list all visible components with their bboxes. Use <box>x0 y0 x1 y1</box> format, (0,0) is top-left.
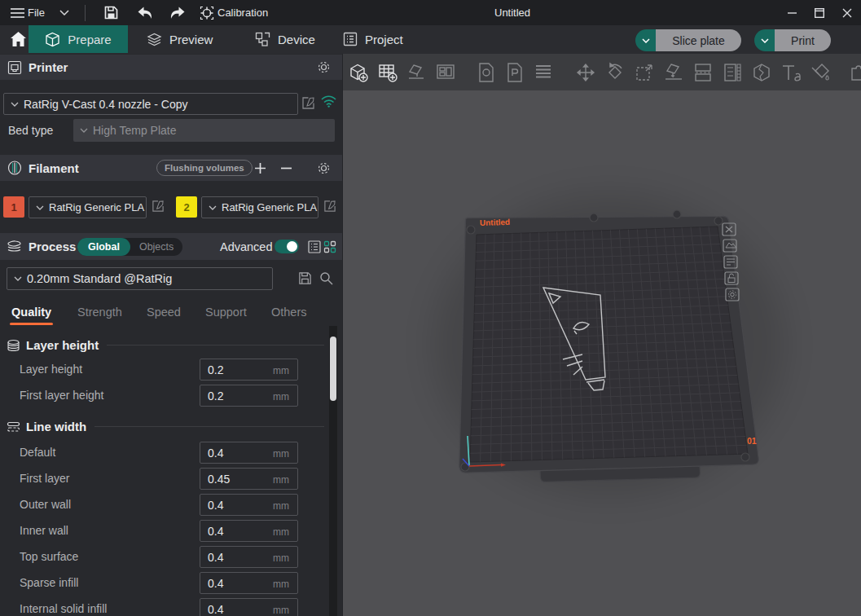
add-plate-icon[interactable] <box>376 61 399 84</box>
tab-speed[interactable]: Speed <box>147 306 181 319</box>
move-icon[interactable] <box>574 61 597 84</box>
param-label: Sparse infill <box>20 576 78 589</box>
scale-icon[interactable] <box>633 61 656 84</box>
save-icon[interactable] <box>103 0 119 25</box>
search-icon[interactable] <box>319 271 333 285</box>
add-filament-icon[interactable] <box>254 162 266 174</box>
redo-icon[interactable] <box>169 0 186 25</box>
process-list-icon[interactable] <box>308 240 321 253</box>
line-width-icon <box>7 421 20 432</box>
slice-options-chevron-icon[interactable] <box>635 29 656 51</box>
sidebar-scrollbar-track[interactable] <box>329 326 337 616</box>
sparse-infill-line-width-input[interactable]: 0.4 mm <box>200 572 298 594</box>
bed-type-select[interactable]: High Temp Plate <box>73 119 335 142</box>
split-icon[interactable] <box>692 61 714 84</box>
maximize-button[interactable] <box>806 0 833 25</box>
calibration-icon[interactable] <box>200 0 214 25</box>
lay-on-face-icon[interactable] <box>662 61 685 84</box>
auto-orient-icon[interactable] <box>406 61 428 84</box>
plate-number-label: 01 <box>747 436 757 446</box>
filament-1-color-chip[interactable]: 1 <box>3 196 24 218</box>
tab-strength[interactable]: Strength <box>77 306 122 319</box>
cut-icon[interactable] <box>750 61 773 84</box>
param-value: 0.4 <box>208 525 223 538</box>
filament-1-select[interactable]: RatRig Generic PLA <box>29 196 147 218</box>
undo-icon[interactable] <box>137 0 153 25</box>
tab-preview[interactable]: Preview <box>147 25 213 53</box>
sidebar-scrollbar-thumb[interactable] <box>330 337 336 401</box>
variable-layer-height-icon[interactable] <box>721 61 744 84</box>
param-row: Layer height 0.2 mm <box>0 359 329 381</box>
scope-global[interactable]: Global <box>77 238 130 256</box>
minimize-button[interactable] <box>778 0 806 25</box>
param-row: Top surface 0.4 mm <box>0 546 329 569</box>
printer-settings-gear-icon[interactable] <box>317 60 331 74</box>
param-row: Internal solid infill 0.4 mm <box>0 598 329 616</box>
calibration-label[interactable]: Calibration <box>217 0 268 25</box>
inner-wall-line-width-input[interactable]: 0.4 mm <box>200 520 298 542</box>
edit-filament-1-icon[interactable] <box>152 200 165 213</box>
file-menu[interactable]: File <box>28 0 45 25</box>
viewport-3d[interactable]: Untitled 01 <box>342 54 861 616</box>
edit-filament-2-icon[interactable] <box>323 200 336 213</box>
process-section-header: Process Global Objects Advanced <box>0 233 342 260</box>
flushing-volumes-button[interactable]: Flushing volumes <box>156 160 253 176</box>
internal-solid-infill-line-width-input[interactable]: 0.4 mm <box>200 598 298 616</box>
filament-2-color-chip[interactable]: 2 <box>176 196 197 218</box>
outer-wall-line-width-input[interactable]: 0.4 mm <box>200 494 298 516</box>
print-options-chevron-icon[interactable] <box>754 29 775 51</box>
tab-prepare-label: Prepare <box>68 33 111 46</box>
file-menu-chevron-icon[interactable] <box>59 0 69 25</box>
import-project-icon[interactable] <box>503 61 526 84</box>
param-unit: mm <box>273 526 289 538</box>
first-layer-height-input[interactable]: 0.2 mm <box>200 385 298 407</box>
paint-icon[interactable] <box>809 61 832 84</box>
layer-height-group-header: Layer height <box>0 332 329 357</box>
plate-name-label[interactable]: Untitled <box>480 218 511 227</box>
filament-settings-gear-icon[interactable] <box>317 161 331 175</box>
process-preset-select[interactable]: 0.20mm Standard @RatRig <box>7 267 273 290</box>
scope-objects[interactable]: Objects <box>130 241 182 253</box>
tab-device[interactable]: Device <box>255 25 315 53</box>
param-value: 0.4 <box>208 447 223 460</box>
filament-2-select[interactable]: RatRig Generic PLA <box>201 196 318 218</box>
assembly-icon[interactable] <box>848 61 861 84</box>
top-surface-line-width-input[interactable]: 0.4 mm <box>200 546 298 568</box>
objects-grouping-icon[interactable] <box>323 240 336 253</box>
import-geometry-icon[interactable] <box>475 61 498 84</box>
tab-others[interactable]: Others <box>271 306 307 319</box>
filament-section-title: Filament <box>29 161 79 175</box>
layers-icon[interactable] <box>532 61 555 84</box>
tab-project[interactable]: Project <box>343 25 403 53</box>
tab-quality[interactable]: Quality <box>11 306 51 319</box>
wifi-icon[interactable] <box>321 95 336 108</box>
close-button[interactable] <box>833 0 861 25</box>
arrange-icon[interactable] <box>434 61 457 84</box>
param-unit: mm <box>273 500 289 512</box>
first-layer-line-width-input[interactable]: 0.45 mm <box>200 468 298 490</box>
advanced-toggle[interactable] <box>275 240 299 253</box>
process-scope-toggle[interactable]: Global Objects <box>77 238 182 256</box>
param-value: 0.4 <box>208 551 223 564</box>
hamburger-menu-icon[interactable] <box>11 0 24 25</box>
save-preset-icon[interactable] <box>298 271 312 285</box>
home-button[interactable] <box>7 25 29 53</box>
default-line-width-input[interactable]: 0.4 mm <box>200 442 298 464</box>
param-label: Outer wall <box>20 498 71 511</box>
remove-filament-icon[interactable] <box>280 162 292 174</box>
slice-plate-button[interactable]: Slice plate <box>635 29 741 51</box>
printer-preset-select[interactable]: RatRig V-Cast 0.4 nozzle - Copy <box>3 93 298 115</box>
layer-height-input[interactable]: 0.2 mm <box>200 359 298 381</box>
edit-printer-icon[interactable] <box>301 96 315 110</box>
text-tool-icon[interactable] <box>780 61 802 84</box>
filament-icon <box>7 161 22 175</box>
build-plate-scene[interactable]: Untitled 01 <box>343 90 861 616</box>
param-label: Default <box>20 446 55 459</box>
rotate-icon[interactable] <box>604 61 626 84</box>
tab-device-label: Device <box>278 33 315 46</box>
tab-support[interactable]: Support <box>205 306 247 319</box>
print-button[interactable]: Print <box>754 29 831 51</box>
tab-prepare[interactable]: Prepare <box>29 25 128 53</box>
param-value: 0.4 <box>208 577 223 590</box>
add-model-icon[interactable] <box>347 61 370 84</box>
